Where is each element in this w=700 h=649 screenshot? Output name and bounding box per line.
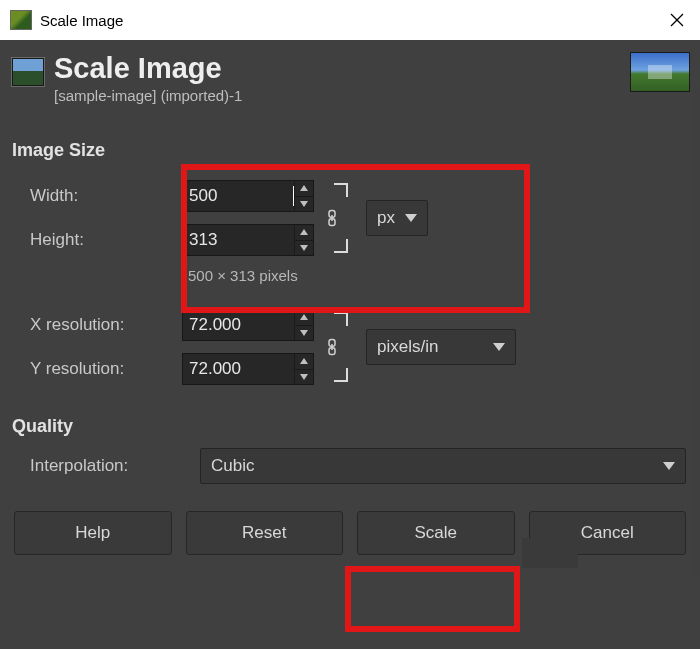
close-icon	[670, 13, 684, 27]
chain-icon	[323, 209, 341, 227]
interpolation-label: Interpolation:	[30, 456, 200, 476]
width-step-down[interactable]	[295, 197, 313, 212]
dimensions-readout: 500 × 313 pixels	[188, 267, 690, 284]
scale-icon	[12, 58, 44, 86]
dialog-body: Scale Image [sample-image] (imported)-1 …	[0, 40, 700, 649]
yres-step-up[interactable]	[295, 354, 313, 370]
height-input-field[interactable]	[183, 230, 294, 250]
close-button[interactable]	[654, 0, 700, 40]
reset-button[interactable]: Reset	[186, 511, 344, 555]
cancel-button[interactable]: Cancel	[529, 511, 687, 555]
resolution-link-wrapper	[314, 308, 350, 386]
height-step-down[interactable]	[295, 241, 313, 256]
app-icon	[10, 10, 32, 30]
width-step-up[interactable]	[295, 181, 313, 197]
image-size-heading: Image Size	[12, 140, 690, 161]
scale-image-dialog: Scale Image Scale Image [sample-image] (…	[0, 0, 700, 649]
dialog-header: Scale Image [sample-image] (imported)-1	[10, 52, 690, 104]
xres-step-down[interactable]	[295, 326, 313, 341]
size-link-wrapper	[314, 179, 350, 257]
chevron-down-icon	[663, 462, 675, 470]
y-resolution-input[interactable]	[182, 353, 314, 385]
quality-heading: Quality	[12, 416, 690, 437]
window-title: Scale Image	[40, 12, 123, 29]
titlebar: Scale Image	[0, 0, 700, 41]
size-unit-dropdown[interactable]: px	[366, 200, 428, 236]
height-input[interactable]	[182, 224, 314, 256]
y-resolution-field[interactable]	[183, 359, 294, 379]
width-input[interactable]	[182, 180, 314, 212]
width-input-field[interactable]	[183, 186, 293, 206]
chevron-down-icon	[493, 343, 505, 351]
dialog-title: Scale Image	[54, 52, 242, 85]
chain-icon	[323, 338, 341, 356]
height-label: Height:	[30, 230, 182, 250]
interpolation-dropdown[interactable]: Cubic	[200, 448, 686, 484]
button-bar: Help Reset Scale Cancel	[10, 511, 690, 555]
height-step-up[interactable]	[295, 225, 313, 241]
dialog-subtitle: [sample-image] (imported)-1	[54, 87, 242, 104]
resolution-unit-dropdown[interactable]: pixels/in	[366, 329, 516, 365]
scale-button[interactable]: Scale	[357, 511, 515, 555]
x-resolution-field[interactable]	[183, 315, 294, 335]
xres-step-up[interactable]	[295, 310, 313, 326]
resolution-chain-toggle[interactable]	[319, 334, 345, 360]
y-resolution-label: Y resolution:	[30, 359, 182, 379]
yres-step-down[interactable]	[295, 370, 313, 385]
chevron-down-icon	[405, 214, 417, 222]
x-resolution-label: X resolution:	[30, 315, 182, 335]
image-preview-thumbnail	[630, 52, 690, 92]
width-label: Width:	[30, 186, 182, 206]
size-chain-toggle[interactable]	[319, 205, 345, 231]
x-resolution-input[interactable]	[182, 309, 314, 341]
help-button[interactable]: Help	[14, 511, 172, 555]
